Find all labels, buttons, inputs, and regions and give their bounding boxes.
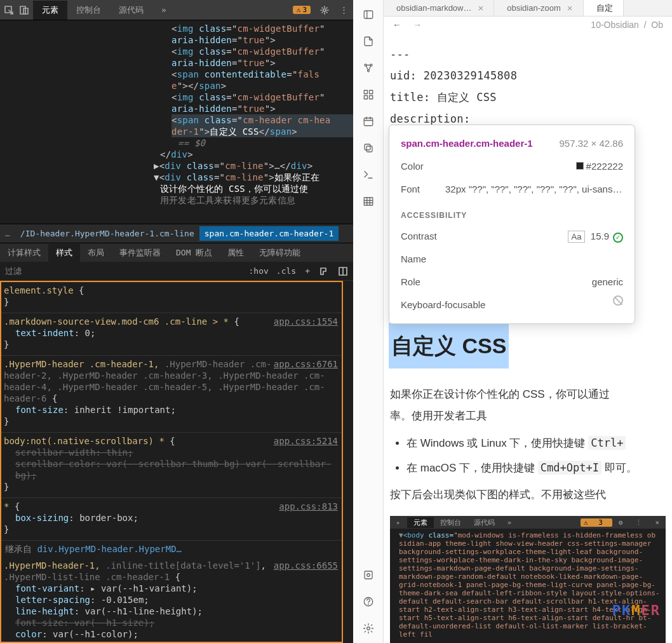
selected-dom-node: <span class="cm-header cm-hea — [171, 114, 353, 126]
svg-rect-1 — [20, 6, 25, 14]
subtab-props[interactable]: 属性 — [220, 244, 252, 262]
no-icon — [613, 295, 623, 306]
close-icon[interactable]: × — [478, 3, 484, 13]
h1-highlighted: 自定义 CSS — [389, 323, 509, 369]
subtab-computed[interactable]: 计算样式 — [0, 244, 48, 262]
obsidian-app: obsidian-markdow…× obsidian-zoom× 自定 ← →… — [353, 0, 672, 643]
tab-item[interactable]: obsidian-zoom× — [494, 0, 583, 16]
note-body: 如果你正在设计你个性化的 CSS，你可以通过 率。使用开发者工具 在 Windo… — [384, 384, 672, 643]
tab-more[interactable]: » — [152, 1, 175, 18]
source-link[interactable]: app.css:6761 — [274, 358, 338, 370]
graph-icon[interactable] — [363, 62, 374, 74]
source-link[interactable]: app.css:6655 — [274, 560, 338, 571]
svg-point-29 — [368, 604, 368, 604]
svg-point-27 — [366, 574, 370, 577]
warning-badge[interactable]: ⚠3 — [293, 6, 311, 14]
tab-item-active[interactable]: 自定 — [584, 0, 624, 16]
terminal-icon[interactable] — [363, 169, 374, 180]
svg-rect-11 — [364, 90, 367, 93]
editor-content[interactable]: --- uid: 20230329145808 title: 自定义 CSS d… — [384, 33, 672, 643]
nav-bar: ← → 10-Obsidian / Ob — [384, 17, 672, 33]
forward-icon[interactable]: → — [413, 20, 422, 30]
svg-rect-13 — [364, 96, 367, 99]
source-link[interactable]: app.css:813 — [279, 501, 338, 512]
vault-icon[interactable] — [363, 569, 374, 581]
svg-point-3 — [323, 9, 326, 11]
obsidian-tabs: obsidian-markdow…× obsidian-zoom× 自定 — [384, 0, 672, 17]
grid-icon[interactable] — [363, 89, 374, 100]
dom-breadcrumb[interactable]: … /ID-header.HyperMD-header-1.cm-line sp… — [0, 224, 353, 243]
watermark: PKMER — [612, 606, 661, 614]
subtab-listeners[interactable]: 事件监听器 — [112, 244, 168, 262]
svg-rect-26 — [365, 571, 372, 579]
subtab-dombp[interactable]: DOM 断点 — [168, 244, 220, 262]
table-icon[interactable] — [363, 196, 374, 207]
elements-tree[interactable]: <img class="cm-widgetBuffer" aria-hidden… — [0, 20, 353, 224]
close-icon[interactable]: × — [567, 3, 573, 13]
filter-input[interactable]: 过滤 — [0, 266, 245, 277]
svg-rect-15 — [364, 118, 373, 126]
settings-icon[interactable] — [363, 623, 374, 634]
add-rule-icon[interactable]: + — [300, 266, 315, 276]
svg-rect-12 — [369, 90, 372, 93]
tab-elements[interactable]: 元素 — [33, 1, 67, 20]
svg-rect-19 — [366, 146, 372, 152]
left-ribbon — [353, 0, 384, 643]
svg-rect-20 — [365, 144, 370, 150]
subtab-a11y[interactable]: 无障碍功能 — [252, 244, 308, 262]
svg-point-30 — [366, 627, 370, 630]
nested-devtools-image: ▸ 元素 控制台 源代码 » ⚠ 3 ⚙⋮× ▼<body class="mod… — [390, 516, 666, 643]
paint-icon[interactable] — [319, 266, 329, 276]
inspector-tooltip: span.cm-header.cm-header-1957.32 × 42.86… — [389, 125, 635, 324]
styles-pane[interactable]: element.style { } app.css:1554 .markdown… — [0, 281, 343, 643]
copy-icon[interactable] — [363, 142, 374, 154]
cls-toggle[interactable]: .cls — [272, 266, 300, 276]
tab-sources[interactable]: 源代码 — [110, 1, 152, 20]
device-icon[interactable] — [19, 5, 29, 15]
obsidian-main: obsidian-markdow…× obsidian-zoom× 自定 ← →… — [384, 0, 672, 643]
hov-toggle[interactable]: :hov — [245, 266, 272, 276]
check-icon: ✓ — [613, 233, 623, 243]
devtools-tabbar: 元素 控制台 源代码 » ⚠3 ⋮ — [0, 0, 353, 20]
breadcrumb[interactable]: 10-Obsidian / Ob — [591, 20, 663, 30]
devtools-panel: 元素 控制台 源代码 » ⚠3 ⋮ <img class="cm-widgetB… — [0, 0, 353, 643]
source-link[interactable]: app.css:5214 — [274, 435, 338, 447]
kebab-icon[interactable]: ⋮ — [335, 5, 353, 15]
back-icon[interactable]: ← — [393, 20, 401, 30]
file-icon[interactable] — [363, 36, 374, 47]
svg-rect-21 — [364, 198, 373, 205]
eq-zero: == $0 — [178, 137, 353, 149]
sidebar-toggle-icon[interactable] — [363, 9, 374, 20]
help-icon[interactable] — [363, 596, 374, 607]
inherit-link[interactable]: div.HyperMD-header.HyperMD… — [37, 544, 182, 554]
panel-icon[interactable] — [338, 266, 348, 276]
calendar-icon[interactable] — [363, 116, 374, 127]
inspect-icon[interactable] — [4, 5, 14, 15]
subtab-styles[interactable]: 样式 — [48, 244, 80, 262]
svg-rect-14 — [369, 96, 372, 99]
subtab-layout[interactable]: 布局 — [80, 244, 112, 262]
tab-item[interactable]: obsidian-markdow…× — [384, 0, 494, 16]
source-link[interactable]: app.css:1554 — [274, 316, 338, 327]
svg-rect-6 — [364, 11, 373, 18]
tab-console[interactable]: 控制台 — [67, 1, 110, 20]
gear-icon[interactable] — [319, 5, 330, 15]
styles-subtabs: 计算样式 样式 布局 事件监听器 DOM 断点 属性 无障碍功能 — [0, 243, 353, 262]
styles-filter-bar: 过滤 :hov .cls + — [0, 262, 353, 281]
